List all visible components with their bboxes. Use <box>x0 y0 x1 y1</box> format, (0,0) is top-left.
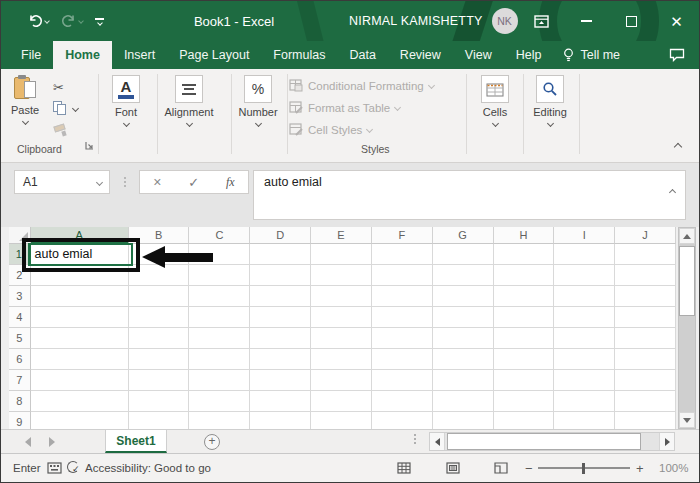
cell-A8[interactable] <box>31 391 129 412</box>
cell-B5[interactable] <box>129 328 190 349</box>
cell-A4[interactable] <box>31 307 129 328</box>
sheet-bar-resizer[interactable] <box>414 434 416 444</box>
paste-dropdown-icon[interactable] <box>22 118 29 125</box>
font-dropdown-icon[interactable] <box>122 120 129 127</box>
column-header-G[interactable]: G <box>433 227 494 244</box>
vertical-scrollbar[interactable] <box>678 227 696 429</box>
cell-G4[interactable] <box>433 307 494 328</box>
cell-J1[interactable] <box>615 244 676 265</box>
cell-J2[interactable] <box>615 265 676 286</box>
cell-H8[interactable] <box>494 391 555 412</box>
cell-H4[interactable] <box>494 307 555 328</box>
cell-I6[interactable] <box>554 349 615 370</box>
account-area[interactable]: NIRMAL KAMISHETTY NK <box>349 1 518 41</box>
cell-I3[interactable] <box>554 286 615 307</box>
zoom-slider-track[interactable] <box>538 467 630 469</box>
cell-J4[interactable] <box>615 307 676 328</box>
conditional-formatting-button[interactable]: Conditional Formatting <box>289 79 434 92</box>
cells-dropdown-icon[interactable] <box>491 120 498 127</box>
expand-formula-bar-button[interactable] <box>670 184 675 198</box>
tab-page-layout[interactable]: Page Layout <box>167 41 261 69</box>
copy-dropdown-icon[interactable] <box>72 104 79 111</box>
cell-styles-button[interactable]: Cell Styles <box>289 123 372 136</box>
cell-A6[interactable] <box>31 349 129 370</box>
new-sheet-button[interactable]: + <box>204 434 220 450</box>
horizontal-scrollbar[interactable] <box>429 432 675 451</box>
cell-E1[interactable] <box>311 244 372 265</box>
ribbon-display-options-button[interactable] <box>519 1 564 41</box>
zoom-in-button[interactable]: + <box>636 454 644 482</box>
cell-H7[interactable] <box>494 370 555 391</box>
cell-E5[interactable] <box>311 328 372 349</box>
horizontal-scrollbar-thumb[interactable] <box>447 433 641 450</box>
cell-C6[interactable] <box>189 349 250 370</box>
cell-A9[interactable] <box>31 412 129 429</box>
editing-dropdown-icon[interactable] <box>546 120 553 127</box>
cells-group-button[interactable]: Cells <box>473 75 517 126</box>
tab-review[interactable]: Review <box>388 41 453 69</box>
cell-A7[interactable] <box>31 370 129 391</box>
column-header-H[interactable]: H <box>494 227 555 244</box>
avatar[interactable]: NK <box>492 8 518 34</box>
zoom-out-button[interactable]: − <box>525 454 533 482</box>
row-header-2[interactable]: 2 <box>9 265 31 286</box>
column-header-D[interactable]: D <box>250 227 311 244</box>
cell-H2[interactable] <box>494 265 555 286</box>
cell-G1[interactable] <box>433 244 494 265</box>
name-box[interactable]: A1 <box>14 170 110 194</box>
row-header-9[interactable]: 9 <box>9 412 31 429</box>
scroll-right-button[interactable] <box>659 433 674 450</box>
cell-A5[interactable] <box>31 328 129 349</box>
sheet-tab-sheet1[interactable]: Sheet1 <box>105 430 167 453</box>
formula-bar-resizer[interactable] <box>123 172 126 192</box>
row-header-4[interactable]: 4 <box>9 307 31 328</box>
tab-insert[interactable]: Insert <box>112 41 167 69</box>
maximize-button[interactable] <box>609 1 654 41</box>
alignment-dropdown-icon[interactable] <box>185 120 192 127</box>
clipboard-dialog-launcher[interactable] <box>85 136 94 154</box>
accessibility-checker-button[interactable]: ✓ <box>67 454 81 482</box>
cell-C7[interactable] <box>189 370 250 391</box>
page-layout-view-button[interactable] <box>446 454 460 482</box>
cell-J6[interactable] <box>615 349 676 370</box>
cell-J9[interactable] <box>615 412 676 429</box>
cell-D5[interactable] <box>250 328 311 349</box>
cell-I7[interactable] <box>554 370 615 391</box>
cell-G5[interactable] <box>433 328 494 349</box>
cell-F8[interactable] <box>372 391 433 412</box>
tab-home[interactable]: Home <box>53 41 112 69</box>
column-header-F[interactable]: F <box>372 227 433 244</box>
cell-G6[interactable] <box>433 349 494 370</box>
cell-E8[interactable] <box>311 391 372 412</box>
cell-F2[interactable] <box>372 265 433 286</box>
cell-A1[interactable]: auto emial <box>31 244 129 265</box>
cancel-button[interactable]: × <box>153 174 161 190</box>
cell-E7[interactable] <box>311 370 372 391</box>
page-break-preview-button[interactable] <box>494 454 508 482</box>
column-header-E[interactable]: E <box>311 227 372 244</box>
column-header-B[interactable]: B <box>129 227 190 244</box>
cell-I2[interactable] <box>554 265 615 286</box>
cell-J8[interactable] <box>615 391 676 412</box>
cell-E6[interactable] <box>311 349 372 370</box>
name-box-dropdown[interactable] <box>89 171 109 193</box>
cell-I9[interactable] <box>554 412 615 429</box>
collapse-ribbon-button[interactable] <box>675 136 681 154</box>
previous-sheet-button[interactable] <box>25 437 31 447</box>
font-group-button[interactable]: A Font <box>105 75 147 126</box>
tab-view[interactable]: View <box>453 41 504 69</box>
undo-button[interactable] <box>27 14 49 28</box>
cell-H6[interactable] <box>494 349 555 370</box>
alignment-group-button[interactable]: Alignment <box>161 75 217 126</box>
column-header-I[interactable]: I <box>554 227 615 244</box>
cell-B7[interactable] <box>129 370 190 391</box>
cell-H5[interactable] <box>494 328 555 349</box>
normal-view-button[interactable] <box>397 454 411 482</box>
cell-E9[interactable] <box>311 412 372 429</box>
close-button[interactable]: ✕ <box>654 1 699 41</box>
cell-F3[interactable] <box>372 286 433 307</box>
cell-B8[interactable] <box>129 391 190 412</box>
cell-A3[interactable] <box>31 286 129 307</box>
cell-D4[interactable] <box>250 307 311 328</box>
tab-help[interactable]: Help <box>504 41 554 69</box>
